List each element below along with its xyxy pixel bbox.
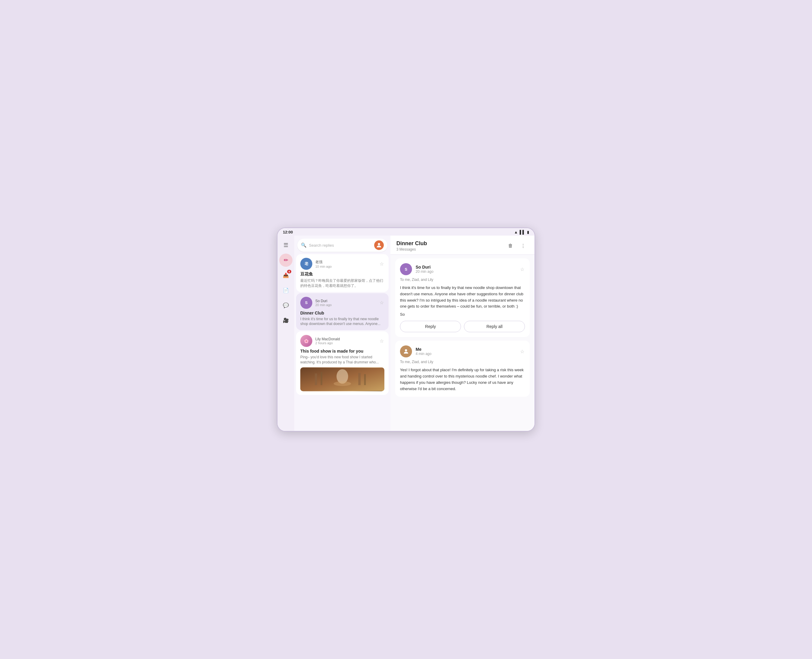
star-button-3[interactable]: ☆ [379, 337, 384, 345]
app-body: ☰ ✏ 📥 4 📄 💬 🎥 🔍 Search r [278, 236, 534, 431]
sidebar-item-chat[interactable]: 💬 [279, 299, 292, 312]
chat-icon: 💬 [283, 303, 289, 308]
email-subject-2: Dinner Club [300, 311, 384, 315]
detail-message-count: 3 Messages [397, 247, 427, 251]
status-time: 12:00 [283, 230, 293, 234]
msg-sender-info-1: So Duri 20 min ago [415, 265, 516, 274]
more-options-button[interactable]: ⋮ [518, 240, 529, 251]
svg-rect-5 [358, 373, 361, 385]
msg-body-2: Yes! I forgot about that place! I'm defi… [400, 367, 525, 392]
svg-rect-6 [364, 374, 366, 385]
message-header-1: S So Duri 20 min ago ☆ [400, 263, 525, 275]
email-time-1: 10 min ago [315, 265, 376, 268]
svg-point-0 [378, 243, 380, 245]
archive-button[interactable]: 🗑 [505, 240, 516, 251]
email-sender-1: 老强 [315, 260, 376, 265]
svg-point-7 [333, 382, 351, 386]
msg-body-1: I think it's time for us to finally try … [400, 285, 525, 310]
star-button-1[interactable]: ☆ [379, 260, 384, 267]
msg-signature-1: So [400, 312, 525, 317]
search-icon: 🔍 [301, 243, 306, 248]
menu-icon: ☰ [283, 242, 288, 249]
message-star-1[interactable]: ☆ [520, 266, 525, 273]
svg-rect-4 [321, 372, 322, 385]
reply-all-button[interactable]: Reply all [464, 321, 525, 332]
sender-avatar-2: S [300, 297, 312, 309]
sidebar-item-compose[interactable]: ✏ [279, 254, 292, 267]
sidebar-item-menu[interactable]: ☰ [279, 238, 292, 252]
email-sender-2: So Duri [315, 299, 376, 303]
battery-icon: ▮ [527, 230, 529, 234]
status-icons: ▲ ▌▌ ▮ [514, 230, 529, 234]
signal-icon: ▌▌ [520, 230, 525, 234]
email-list: 老 老强 10 min ago ☆ 豆花鱼 最近忙吗？昨晚我去了你最爱的那家饭馆… [294, 254, 390, 431]
detail-actions: 🗑 ⋮ [505, 240, 529, 251]
msg-time-2: 4 min ago [415, 352, 516, 356]
sidebar-item-video[interactable]: 🎥 [279, 314, 292, 327]
email-preview-3: Ping– you'd love this new food show I st… [300, 355, 384, 365]
message-header-2: Me 4 min ago ☆ [400, 345, 525, 358]
star-button-2[interactable]: ☆ [379, 299, 384, 306]
email-card-1[interactable]: 老 老强 10 min ago ☆ 豆花鱼 最近忙吗？昨晚我去了你最爱的那家饭馆… [296, 254, 389, 292]
email-list-panel: 🔍 Search replies 老 [294, 236, 390, 431]
email-image-content-3 [300, 367, 384, 391]
message-avatar-1: S [400, 263, 412, 275]
sender-avatar-text-1: 老 [305, 261, 308, 266]
message-card-2: Me 4 min ago ☆ To me, Ziad, and Lily Yes… [395, 341, 530, 397]
msg-sender-name-1: So Duri [415, 265, 516, 270]
email-subject-3: This food show is made for you [300, 349, 384, 353]
messages-list: S So Duri 20 min ago ☆ To me, Ziad, and … [390, 255, 534, 431]
email-meta-3: Lily MacDonald 2 hours ago [315, 337, 376, 345]
sidebar: ☰ ✏ 📥 4 📄 💬 🎥 [278, 236, 294, 431]
detail-title: Dinner Club [397, 240, 427, 247]
email-card-2[interactable]: S So Duri 20 min ago ☆ Dinner Club I thi… [296, 293, 389, 330]
user-avatar[interactable] [374, 240, 384, 250]
reply-actions-1: Reply Reply all [400, 321, 525, 332]
email-meta-2: So Duri 20 min ago [315, 299, 376, 307]
detail-header: Dinner Club 3 Messages 🗑 ⋮ [390, 236, 534, 255]
search-input[interactable]: Search replies [309, 243, 372, 248]
sender-avatar-text-3: 🌸 [304, 339, 309, 343]
detail-panel: Dinner Club 3 Messages 🗑 ⋮ [390, 236, 534, 431]
inbox-badge: 4 [287, 270, 291, 273]
email-preview-1: 最近忙吗？昨晚我去了你最爱的那家饭馆，点了他们的特色豆花鱼，吃着吃着就想你了。 [300, 278, 384, 289]
message-star-2[interactable]: ☆ [520, 348, 525, 355]
email-preview-2: I think it's time for us to finally try … [300, 317, 384, 327]
svg-rect-3 [315, 373, 317, 385]
search-bar: 🔍 Search replies [297, 238, 387, 252]
video-icon: 🎥 [283, 317, 289, 323]
status-bar: 12:00 ▲ ▌▌ ▮ [278, 228, 534, 236]
sidebar-item-notes[interactable]: 📄 [279, 284, 292, 297]
msg-sender-info-2: Me 4 min ago [415, 347, 516, 356]
msg-sender-name-2: Me [415, 347, 516, 352]
archive-icon: 🗑 [508, 243, 513, 249]
wifi-icon: ▲ [514, 230, 518, 234]
email-sender-3: Lily MacDonald [315, 337, 376, 341]
svg-point-8 [405, 349, 407, 352]
sender-avatar-text-2: S [305, 300, 308, 305]
email-time-2: 20 min ago [315, 303, 376, 307]
sender-avatar-3: 🌸 [300, 335, 312, 347]
email-card-3[interactable]: 🌸 Lily MacDonald 2 hours ago ☆ This food… [296, 331, 389, 395]
detail-title-area: Dinner Club 3 Messages [397, 240, 427, 251]
message-avatar-text-1: S [405, 267, 408, 271]
message-card-1: S So Duri 20 min ago ☆ To me, Ziad, and … [395, 259, 530, 337]
notes-icon: 📄 [283, 287, 289, 293]
email-meta-1: 老强 10 min ago [315, 260, 376, 268]
email-subject-1: 豆花鱼 [300, 271, 384, 277]
reply-button[interactable]: Reply [400, 321, 461, 332]
more-options-icon: ⋮ [521, 243, 526, 249]
msg-to-1: To me, Ziad, and Lily [400, 277, 525, 282]
sender-avatar-1: 老 [300, 258, 312, 270]
email-image-3 [300, 367, 384, 391]
msg-to-2: To me, Ziad, and Lily [400, 360, 525, 364]
email-time-3: 2 hours ago [315, 341, 376, 345]
compose-icon: ✏ [284, 257, 288, 263]
msg-time-1: 20 min ago [415, 270, 516, 274]
message-avatar-2 [400, 345, 412, 358]
sidebar-item-inbox[interactable]: 📥 4 [279, 269, 292, 282]
device-frame: 12:00 ▲ ▌▌ ▮ ☰ ✏ 📥 4 📄 💬 [277, 227, 535, 432]
